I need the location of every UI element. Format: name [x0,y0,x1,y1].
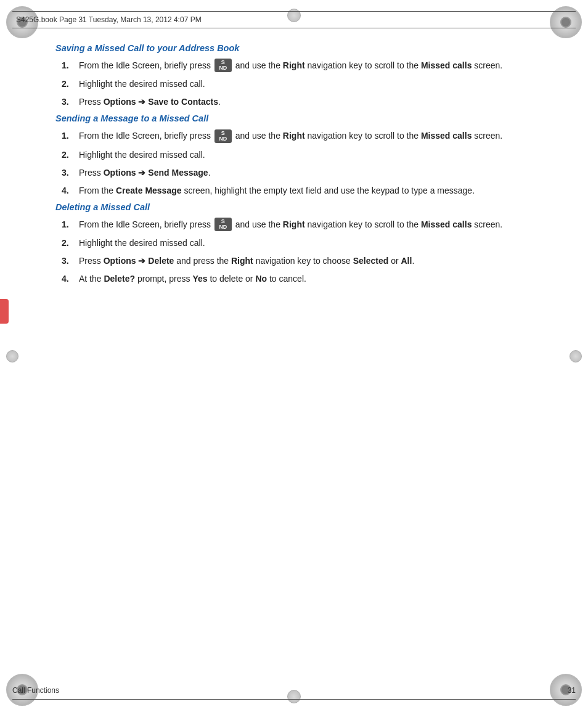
section-deleting: Deleting a Missed Call 1. From the Idle … [55,202,545,285]
step-text: At the Delete? prompt, press Yes to dele… [79,272,545,285]
step-saving-2: 2. Highlight the desired missed call. [62,78,545,91]
header-bar: S425G.book Page 31 Tuesday, March 13, 20… [12,11,576,28]
send-button-icon-1: SND [214,59,232,72]
step-text: From the Idle Screen, briefly press SND … [79,218,545,232]
step-text: From the Idle Screen, briefly press SND … [79,59,545,73]
step-deleting-4: 4. At the Delete? prompt, press Yes to d… [62,272,545,285]
footer-bar [12,699,576,700]
section-deleting-steps: 1. From the Idle Screen, briefly press S… [62,218,545,285]
step-saving-1: 1. From the Idle Screen, briefly press S… [62,59,545,73]
mid-left-marker [6,350,18,362]
step-num: 3. [62,166,79,179]
step-sending-4: 4. From the Create Message screen, highl… [62,184,545,197]
step-text: Highlight the desired missed call. [79,78,545,91]
step-deleting-1: 1. From the Idle Screen, briefly press S… [62,218,545,232]
step-saving-3: 3. Press Options ➔ Save to Contacts. [62,96,545,108]
step-text: Highlight the desired missed call. [79,237,545,250]
step-deleting-2: 2. Highlight the desired missed call. [62,237,545,250]
left-tab [0,299,9,324]
step-deleting-3: 3. Press Options ➔ Delete and press the … [62,255,545,268]
step-text: Press Options ➔ Save to Contacts. [79,96,545,108]
step-text: From the Idle Screen, briefly press SND … [79,129,545,143]
section-sending-steps: 1. From the Idle Screen, briefly press S… [62,129,545,197]
step-num: 2. [62,237,79,250]
section-sending: Sending a Message to a Missed Call 1. Fr… [55,113,545,197]
step-num: 4. [62,272,79,285]
step-text: Press Options ➔ Send Message. [79,166,545,179]
step-num: 1. [62,59,79,73]
section-deleting-title: Deleting a Missed Call [55,202,545,212]
step-num: 2. [62,149,79,162]
step-num: 3. [62,255,79,268]
footer-right: 31 [568,686,576,695]
section-saving-steps: 1. From the Idle Screen, briefly press S… [62,59,545,108]
step-num: 4. [62,184,79,197]
step-sending-2: 2. Highlight the desired missed call. [62,149,545,162]
step-sending-3: 3. Press Options ➔ Send Message. [62,166,545,179]
step-sending-1: 1. From the Idle Screen, briefly press S… [62,129,545,143]
step-num: 1. [62,129,79,143]
mid-right-marker [570,350,582,362]
section-saving: Saving a Missed Call to your Address Boo… [55,43,545,108]
step-num: 2. [62,78,79,91]
step-text: From the Create Message screen, highligh… [79,184,545,197]
section-saving-title: Saving a Missed Call to your Address Boo… [55,43,545,53]
footer-left: Call Functions [12,686,59,695]
content-area: Saving a Missed Call to your Address Boo… [55,43,545,663]
step-text: Highlight the desired missed call. [79,149,545,162]
send-button-icon-2: SND [214,129,232,143]
send-button-icon-3: SND [214,218,232,231]
footer-text: Call Functions 31 [12,686,576,695]
step-num: 3. [62,96,79,108]
step-num: 1. [62,218,79,232]
step-text: Press Options ➔ Delete and press the Rig… [79,255,545,268]
section-sending-title: Sending a Message to a Missed Call [55,113,545,123]
header-text: S425G.book Page 31 Tuesday, March 13, 20… [16,15,202,24]
